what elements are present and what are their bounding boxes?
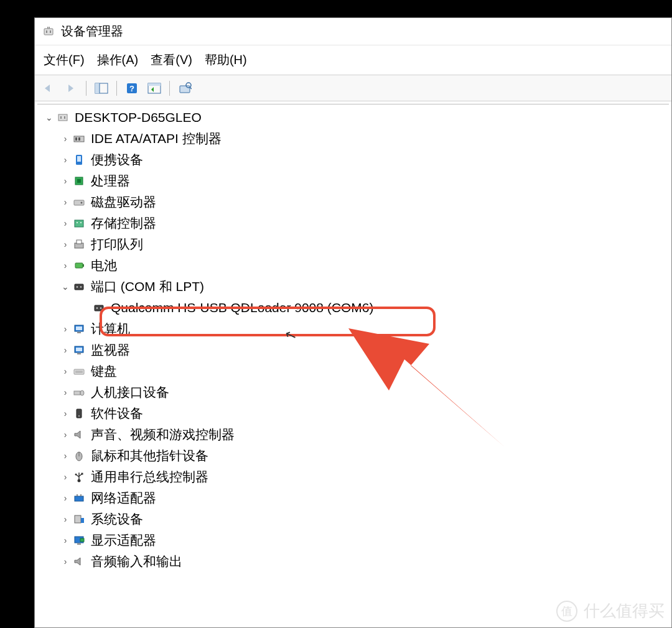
disk-drive-icon: [72, 195, 86, 209]
tree-root-label: DESKTOP-D65GLEO: [75, 110, 202, 125]
svg-rect-41: [76, 326, 82, 330]
svg-rect-65: [81, 518, 84, 523]
chevron-right-icon[interactable]: [61, 557, 70, 566]
tree-category-sound[interactable]: 声音、视频和游戏控制器: [37, 424, 669, 445]
svg-point-38: [96, 307, 98, 309]
tree-category-display[interactable]: 显示适配器: [37, 530, 669, 551]
svg-rect-6: [95, 83, 100, 93]
chevron-down-icon[interactable]: [61, 282, 70, 291]
tree-category-battery[interactable]: 电池: [37, 255, 669, 276]
usb-controller-icon: [72, 470, 86, 484]
computer-root-icon: [56, 111, 70, 124]
svg-rect-33: [83, 264, 84, 267]
tree-category-system[interactable]: 系统设备: [37, 509, 669, 530]
portable-device-icon: [72, 153, 86, 167]
tree-category-processor[interactable]: 处理器: [37, 170, 669, 192]
chevron-right-icon[interactable]: [61, 134, 70, 143]
chevron-right-icon[interactable]: [61, 409, 70, 418]
display-adapter-icon: [72, 533, 86, 547]
svg-rect-61: [75, 496, 83, 501]
system-device-icon: [72, 512, 86, 526]
tree-category-software[interactable]: 软件设备: [37, 403, 669, 424]
tree-category-storage[interactable]: 存储控制器: [37, 213, 669, 234]
device-tree[interactable]: DESKTOP-D65GLEO IDE ATA/ATAPI 控制器 便携设备 处…: [37, 104, 669, 625]
chevron-right-icon[interactable]: [61, 430, 70, 439]
scan-hardware-button[interactable]: [175, 79, 195, 98]
titlebar: 设备管理器: [35, 18, 671, 45]
device-manager-window: 设备管理器 文件(F) 操作(A) 查看(V) 帮助(H) ?: [34, 17, 672, 628]
chevron-right-icon[interactable]: [61, 155, 70, 164]
tree-category-keyboard[interactable]: 键盘: [37, 361, 669, 382]
tree-label: 通用串行总线控制器: [91, 468, 208, 486]
tree-label: 音频输入和输出: [91, 553, 182, 570]
back-button[interactable]: [39, 79, 58, 98]
chevron-right-icon[interactable]: [61, 219, 70, 228]
tree-category-hid[interactable]: 人机接口设备: [37, 382, 669, 403]
chevron-down-icon[interactable]: [45, 113, 54, 122]
help-button[interactable]: ?: [122, 79, 142, 98]
tree-label: IDE ATA/ATAPI 控制器: [91, 130, 222, 147]
tree-label: 存储控制器: [91, 215, 156, 232]
toolbar-separator: [169, 81, 170, 96]
chevron-right-icon[interactable]: [61, 325, 70, 333]
chevron-right-icon[interactable]: [61, 346, 70, 354]
monitor-icon: [72, 343, 86, 357]
chevron-right-icon[interactable]: [61, 536, 70, 545]
chevron-right-icon[interactable]: [61, 261, 70, 270]
forward-button[interactable]: [61, 79, 81, 98]
tree-label: 端口 (COM 和 LPT): [91, 278, 204, 295]
tree-label: 系统设备: [91, 510, 143, 528]
tree-category-ports[interactable]: 端口 (COM 和 LPT): [37, 276, 669, 297]
tree-category-disk[interactable]: 磁盘驱动器: [37, 192, 669, 213]
tree-label: Qualcomm HS-USB QDLoader 9008 (COM6): [111, 300, 373, 315]
tree-label: 打印队列: [91, 236, 143, 253]
chevron-right-icon[interactable]: [61, 198, 70, 206]
com-port-icon: [92, 301, 106, 315]
svg-rect-62: [77, 494, 78, 496]
svg-rect-45: [77, 353, 81, 354]
tree-category-portable[interactable]: 便携设备: [37, 149, 669, 170]
chevron-right-icon[interactable]: [61, 494, 70, 502]
chevron-right-icon[interactable]: [61, 515, 70, 524]
svg-rect-60: [82, 473, 83, 475]
processor-icon: [72, 174, 86, 188]
tree-category-printqueue[interactable]: 打印队列: [37, 234, 669, 255]
chevron-right-icon[interactable]: [61, 451, 70, 460]
svg-rect-25: [74, 200, 84, 205]
menu-help[interactable]: 帮助(H): [205, 52, 247, 68]
svg-text:?: ?: [129, 84, 134, 93]
tree-root-node[interactable]: DESKTOP-D65GLEO: [37, 107, 669, 128]
chevron-right-icon[interactable]: [61, 388, 70, 397]
tree-label: 人机接口设备: [91, 384, 169, 401]
svg-rect-3: [47, 27, 49, 29]
tree-label: 磁盘驱动器: [91, 193, 156, 211]
action-button[interactable]: [144, 79, 164, 98]
tree-category-network[interactable]: 网络适配器: [37, 487, 669, 509]
tree-category-ide[interactable]: IDE ATA/ATAPI 控制器: [37, 128, 669, 149]
menu-view[interactable]: 查看(V): [151, 52, 192, 68]
tree-device-qualcomm-qdloader[interactable]: Qualcomm HS-USB QDLoader 9008 (COM6): [37, 297, 669, 318]
show-hide-tree-button[interactable]: [91, 79, 111, 98]
menubar: 文件(F) 操作(A) 查看(V) 帮助(H): [35, 45, 671, 75]
tree-category-monitor[interactable]: 监视器: [37, 339, 669, 361]
svg-rect-44: [76, 348, 82, 351]
chevron-right-icon[interactable]: [61, 473, 70, 481]
tree-label: 鼠标和其他指针设备: [91, 447, 208, 464]
tree-category-audio[interactable]: 音频输入和输出: [37, 551, 669, 572]
audio-io-icon: [72, 555, 86, 568]
keyboard-icon: [72, 364, 86, 378]
tree-category-computer[interactable]: 计算机: [37, 318, 669, 339]
svg-rect-11: [148, 83, 161, 86]
tree-category-mouse[interactable]: 鼠标和其他指针设备: [37, 445, 669, 466]
svg-rect-15: [58, 114, 67, 121]
menu-file[interactable]: 文件(F): [44, 52, 85, 68]
svg-point-39: [100, 307, 102, 309]
tree-category-usb[interactable]: 通用串行总线控制器: [37, 466, 669, 487]
tree-label: 键盘: [91, 362, 117, 380]
chevron-right-icon[interactable]: [61, 367, 70, 376]
menu-action[interactable]: 操作(A): [97, 52, 139, 68]
chevron-right-icon[interactable]: [61, 240, 70, 249]
ports-icon: [72, 280, 86, 293]
svg-point-29: [80, 222, 82, 223]
chevron-right-icon[interactable]: [61, 177, 70, 185]
